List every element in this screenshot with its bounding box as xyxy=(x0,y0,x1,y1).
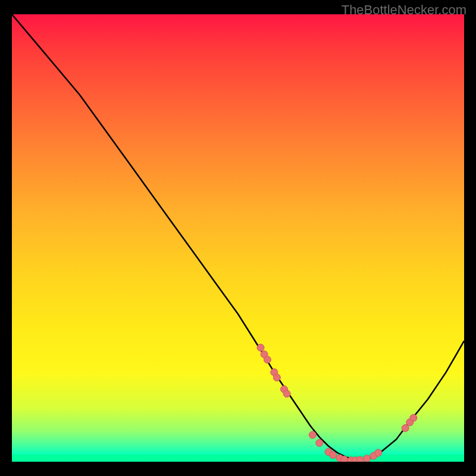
data-marker xyxy=(264,356,271,364)
curve-line xyxy=(12,14,464,459)
data-marker xyxy=(364,455,371,462)
data-marker xyxy=(410,414,417,421)
data-marker xyxy=(356,456,364,462)
data-marker xyxy=(341,456,348,462)
data-marker xyxy=(316,439,323,446)
data-marker xyxy=(402,425,409,432)
chart-svg xyxy=(12,14,464,462)
data-marker xyxy=(330,452,337,459)
marker-group xyxy=(257,344,417,462)
data-marker xyxy=(273,374,280,381)
data-marker xyxy=(375,449,382,456)
watermark-text: TheBottleNecker.com xyxy=(342,2,466,18)
data-marker xyxy=(283,390,290,397)
data-marker xyxy=(309,431,316,439)
data-marker xyxy=(257,344,264,351)
